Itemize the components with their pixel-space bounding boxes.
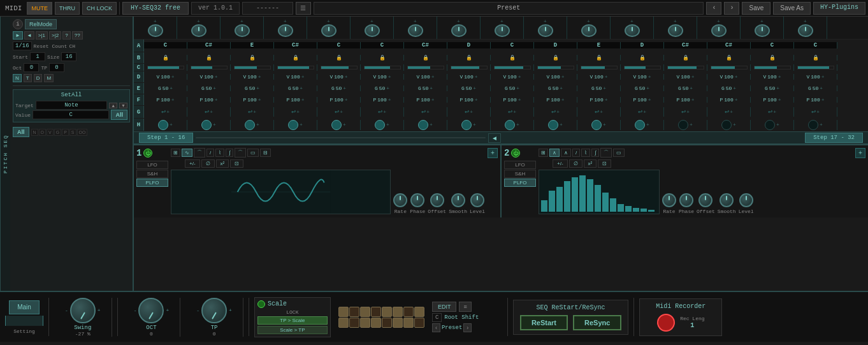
lfo1-wave1[interactable]: ∿ [182, 149, 192, 157]
row-h-cell-7[interactable]: + [404, 120, 447, 130]
piano-key-11[interactable] [360, 318, 370, 328]
row-f-cell-3[interactable]: P100+ [231, 97, 274, 103]
row-b-cell-15[interactable]: 🔒 [751, 55, 794, 61]
lfo2-offset-knob[interactable] [698, 193, 712, 207]
lfo1-wave7[interactable]: ▭ [247, 149, 259, 157]
save-button[interactable]: Save [742, 2, 770, 15]
row-a-cell-5[interactable]: C [317, 42, 361, 49]
tp-knob[interactable] [201, 298, 227, 323]
row-h-power-2[interactable] [201, 120, 212, 130]
step-5-plus-top[interactable]: + [327, 18, 330, 24]
row-g-cell-16[interactable]: ↩+ [794, 107, 837, 117]
lfo1-power-button[interactable]: ⏻ [143, 149, 152, 158]
row-h-power-12[interactable] [635, 120, 645, 130]
lfo1-func2[interactable]: ∅ [201, 159, 215, 168]
row-b-cell-14[interactable]: 🔒 [707, 55, 751, 61]
row-c-cell-9[interactable] [491, 64, 534, 71]
piano-key-15[interactable] [403, 318, 414, 328]
lfo2-plfo-type[interactable]: PLFO [504, 179, 536, 187]
lfo1-wave3[interactable]: / [206, 149, 214, 157]
row-b-cell-13[interactable]: 🔒 [664, 55, 707, 61]
row-e-cell-1[interactable]: G50+ [144, 85, 187, 91]
row-f-cell-6[interactable]: P100+ [361, 97, 404, 103]
lock-o[interactable]: O [39, 129, 46, 136]
row-h-power-7[interactable] [418, 120, 428, 130]
row-d-cell-2[interactable]: V100+ [187, 74, 231, 80]
piano-key-5[interactable] [382, 307, 392, 317]
row-a-cell-8[interactable]: D [447, 42, 491, 49]
row-d-cell-7[interactable]: V100+ [404, 74, 447, 80]
row-a-cell-16[interactable]: C [794, 42, 837, 49]
step-10-knob[interactable] [538, 24, 553, 37]
row-h-cell-1[interactable]: + [144, 120, 187, 130]
thru-button[interactable]: THRU [55, 2, 80, 15]
swing-minus[interactable]: - [64, 307, 69, 313]
row-h-cell-8[interactable]: + [447, 120, 491, 130]
step-13-knob[interactable] [668, 24, 683, 37]
resync-button[interactable]: ReSync [573, 315, 621, 330]
info-button[interactable]: i [13, 19, 23, 29]
lfo2-level-knob[interactable] [739, 193, 753, 207]
tp-to-scale-button[interactable]: TP > Scale [257, 316, 328, 325]
lfo1-wave4[interactable]: ⌇ [215, 149, 224, 157]
row-d-cell-13[interactable]: V100+ [664, 74, 707, 80]
row-f-cell-1[interactable]: P100+ [144, 97, 187, 103]
row-a-cell-11[interactable]: E [577, 42, 621, 49]
lfo2-func2[interactable]: ∅ [569, 159, 582, 168]
row-c-cell-7[interactable] [404, 64, 447, 71]
row-h-cell-3[interactable]: + [231, 120, 274, 130]
step-9-knob[interactable] [495, 24, 510, 37]
row-a-cell-15[interactable]: C [751, 42, 794, 49]
oct-plus[interactable]: + [165, 307, 170, 313]
setall-val[interactable]: C [33, 110, 109, 119]
row-d-cell-1[interactable]: V100+ [144, 74, 187, 80]
row-b-cell-16[interactable]: 🔒 [794, 55, 837, 61]
swing-plus[interactable]: + [97, 307, 101, 313]
row-b-cell-1[interactable]: 🔒 [144, 55, 187, 61]
preset-display[interactable]: Preset [314, 2, 704, 15]
row-a-cell-9[interactable]: C [491, 42, 534, 49]
row-f-cell-16[interactable]: P100+ [794, 97, 837, 103]
row-h-power-1[interactable] [158, 120, 168, 130]
nav-step2[interactable]: >|2 [49, 31, 61, 40]
row-e-cell-5[interactable]: G50+ [317, 85, 361, 91]
row-a-cell-3[interactable]: E [231, 42, 274, 49]
setall-up-button[interactable]: ▲ [109, 103, 117, 108]
step-3-plus-top[interactable]: + [240, 18, 243, 24]
relmode-button[interactable]: RelMode [25, 19, 57, 29]
row-h-power-13[interactable] [678, 120, 688, 130]
row-e-cell-15[interactable]: G50+ [751, 85, 794, 91]
row-c-cell-8[interactable] [447, 64, 491, 71]
row-h-power-9[interactable] [505, 120, 515, 130]
lfo2-wave4[interactable]: ⌇ [581, 149, 590, 157]
row-g-cell-6[interactable]: ↩+ [361, 107, 404, 117]
row-h-cell-12[interactable]: + [621, 120, 664, 130]
step-1-16-indicator[interactable]: Step 1 - 16 [139, 133, 193, 143]
step-8-plus-top[interactable]: + [457, 18, 460, 24]
lfo2-func1[interactable]: +/- [553, 159, 568, 168]
nav-step1[interactable]: >|1 [36, 31, 48, 40]
row-b-cell-2[interactable]: 🔒 [187, 55, 231, 61]
tp-plus[interactable]: + [228, 307, 233, 313]
row-e-cell-12[interactable]: G50+ [621, 85, 664, 91]
row-e-cell-4[interactable]: G50+ [274, 85, 317, 91]
start-value[interactable]: 1 [30, 52, 45, 61]
step-7-knob[interactable] [408, 24, 423, 37]
row-c-cell-4[interactable] [274, 64, 317, 71]
row-e-cell-13[interactable]: G50+ [664, 85, 707, 91]
scale-power-button[interactable] [257, 300, 265, 308]
lfo1-add-button[interactable]: + [488, 148, 498, 158]
step-6-knob[interactable] [365, 24, 380, 37]
row-d-cell-15[interactable]: V100+ [751, 74, 794, 80]
step-13-plus-top[interactable]: + [674, 18, 677, 24]
lfo2-lfo-type[interactable]: LFO [504, 161, 536, 169]
row-f-cell-12[interactable]: P100+ [621, 97, 664, 103]
lfo1-expand-button[interactable]: ⊞ [171, 149, 180, 157]
row-b-cell-5[interactable]: 🔒 [317, 55, 361, 61]
step-15-knob[interactable] [755, 24, 770, 37]
row-c-cell-14[interactable] [707, 64, 751, 71]
step-11-knob[interactable] [581, 24, 597, 37]
hamburger-icon[interactable]: ☰ [296, 2, 311, 15]
step-1-plus-top[interactable]: + [154, 18, 157, 24]
lfo2-wave6[interactable]: ⌒ [600, 148, 612, 158]
